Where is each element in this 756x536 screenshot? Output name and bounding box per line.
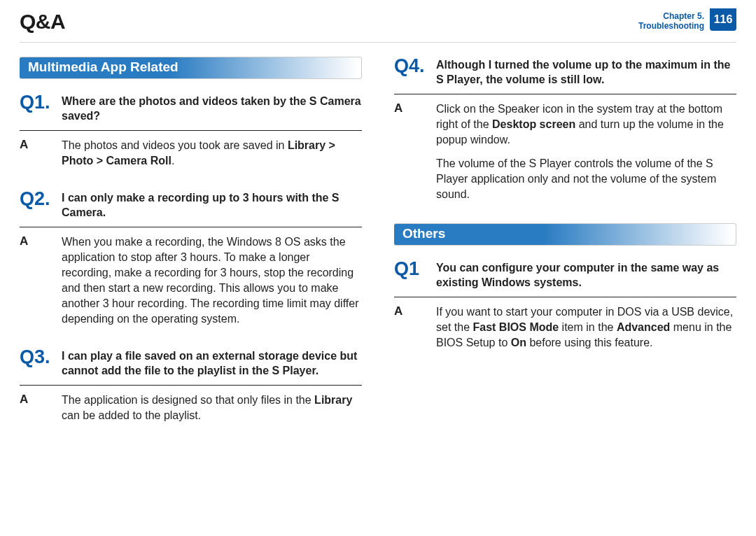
section-others: Others [394,223,736,246]
left-column: Multimedia App Related Q1. Where are the… [20,57,362,444]
answer-row: A The photos and videos you took are sav… [20,138,362,169]
q-text: You can configure your computer in the s… [436,260,736,290]
qa-item: Q2. I can only make a recording up to 3 … [20,190,362,327]
q-label: Q2. [20,190,62,208]
question-row: Q1 You can configure your computer in th… [394,260,736,297]
a-text: The application is designed so that only… [62,393,362,423]
answer-row: A If you want to start your computer in … [394,304,736,351]
a-label: A [20,138,62,152]
question-row: Q1. Where are the photos and videos take… [20,93,362,131]
answer-p1: Click on the Speaker icon in the system … [436,101,736,148]
question-row: Q3. I can play a file saved on an extern… [20,348,362,386]
page-header: Q&A Chapter 5. Troubleshooting 116 [20,8,736,43]
a-text: The photos and videos you took are saved… [62,138,362,169]
section-multimedia: Multimedia App Related [20,57,362,79]
qa-item: Q1. Where are the photos and videos take… [20,93,362,169]
a-label: A [20,234,62,248]
qa-item: Q3. I can play a file saved on an extern… [20,348,362,423]
qa-item: Q1 You can configure your computer in th… [394,260,736,351]
q-label: Q4. [394,57,436,75]
a-text: If you want to start your computer in DO… [436,304,736,351]
answer-row: A Click on the Speaker icon in the syste… [394,101,736,202]
right-column: Q4. Although I turned the volume up to t… [394,57,736,444]
content-columns: Multimedia App Related Q1. Where are the… [20,43,736,444]
answer-p2: The volume of the S Player controls the … [436,156,736,202]
chapter-line1: Chapter 5. [638,11,704,21]
question-row: Q2. I can only make a recording up to 3 … [20,190,362,227]
page-title: Q&A [20,8,65,34]
q-label: Q3. [20,348,62,366]
q-text: I can play a file saved on an external s… [62,348,362,378]
chapter-box: Chapter 5. Troubleshooting 116 [638,8,736,31]
question-row: Q4. Although I turned the volume up to t… [394,57,736,94]
q-label: Q1. [20,93,62,111]
qa-item: Q4. Although I turned the volume up to t… [394,57,736,202]
q-text: Where are the photos and videos taken by… [62,93,362,123]
a-label: A [394,304,436,318]
answer-row: A The application is designed so that on… [20,393,362,423]
a-label: A [394,101,436,115]
a-text: Click on the Speaker icon in the system … [436,101,736,202]
page-number: 116 [710,8,736,31]
q-text: I can only make a recording up to 3 hour… [62,190,362,220]
q-text: Although I turned the volume up to the m… [436,57,736,87]
chapter-line2: Troubleshooting [638,21,704,31]
q-label: Q1 [394,260,436,278]
a-label: A [20,393,62,407]
answer-row: A When you make a recording, the Windows… [20,234,362,327]
a-text: When you make a recording, the Windows 8… [62,234,362,327]
chapter-label: Chapter 5. Troubleshooting [638,8,710,31]
